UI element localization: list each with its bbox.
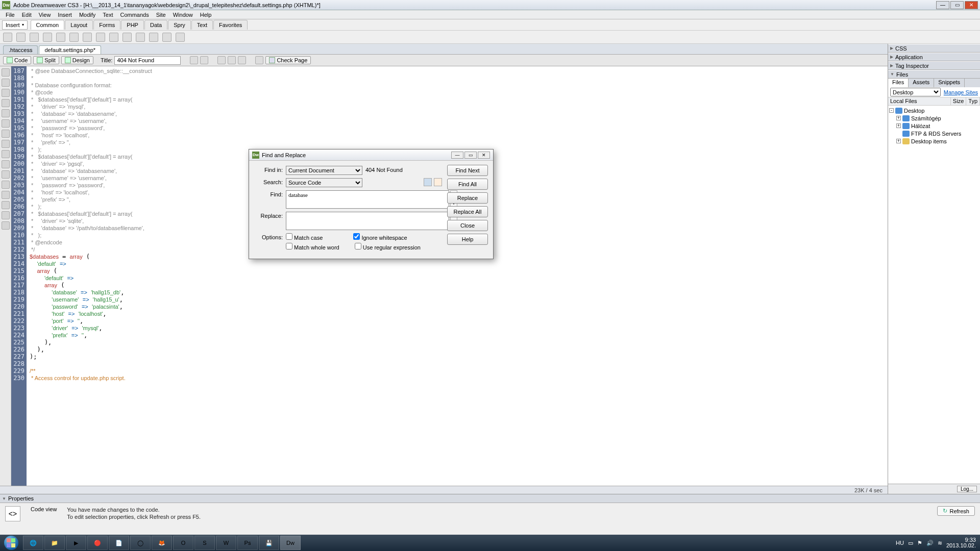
table-icon[interactable] — [43, 33, 52, 42]
insert-tab-favorites[interactable]: Favorites — [213, 20, 248, 30]
recent-snippet-icon[interactable] — [2, 221, 10, 230]
code-editor[interactable]: * @see DatabaseConnection_sqlite::__cons… — [27, 66, 888, 486]
find-all-button[interactable]: Find All — [447, 179, 488, 190]
insert-dropdown[interactable]: Insert — [2, 20, 28, 30]
menu-edit[interactable]: Edit — [18, 11, 35, 19]
document-tab[interactable]: default.settings.php* — [39, 45, 101, 54]
head-icon[interactable] — [136, 33, 145, 42]
files-panel-header[interactable]: Files — [888, 70, 980, 79]
snippet-icon[interactable] — [2, 181, 10, 189]
indent-icon[interactable] — [2, 191, 10, 199]
option-regex[interactable]: Use regular expression — [355, 243, 421, 251]
no-browser-check-icon[interactable] — [190, 56, 198, 64]
menu-help[interactable]: Help — [197, 11, 215, 19]
col-type[interactable]: Typ — [966, 97, 980, 105]
replace-button[interactable]: Replace — [447, 192, 488, 204]
menu-commands[interactable]: Commands — [116, 11, 152, 19]
auto-indent-icon[interactable] — [2, 150, 10, 158]
tree-item[interactable]: +Hálózat — [889, 122, 979, 130]
insert-tab-data[interactable]: Data — [144, 20, 167, 30]
menu-view[interactable]: View — [35, 11, 55, 19]
collapse-icon[interactable] — [2, 79, 10, 87]
tree-item[interactable]: FTP & RDS Servers — [889, 130, 979, 137]
format-icon[interactable] — [2, 211, 10, 219]
dialog-maximize-button[interactable]: ▭ — [464, 152, 477, 159]
templates-icon[interactable] — [162, 33, 172, 42]
tree-item[interactable]: +Desktop items — [889, 137, 979, 145]
dialog-close-button[interactable]: ✕ — [478, 152, 490, 159]
application-panel-header[interactable]: Application — [888, 53, 980, 61]
find-input[interactable]: database — [286, 190, 449, 209]
findin-select[interactable]: Current Document — [286, 166, 362, 175]
insert-tab-common[interactable]: Common — [31, 20, 65, 30]
insert-tab-spry[interactable]: Spry — [168, 20, 191, 30]
menu-insert[interactable]: Insert — [54, 11, 76, 19]
balance-braces-icon[interactable] — [2, 109, 10, 117]
col-size[interactable]: Size — [951, 97, 966, 105]
word-wrap-icon[interactable] — [2, 160, 10, 168]
outdent-icon[interactable] — [2, 201, 10, 209]
design-view-button[interactable]: Design — [61, 56, 93, 64]
comment-icon[interactable] — [122, 33, 132, 42]
option-match-case[interactable]: Match case — [286, 233, 323, 241]
menu-modify[interactable]: Modify — [76, 11, 99, 19]
insert-tab-text[interactable]: Text — [191, 20, 213, 30]
manage-sites-link[interactable]: Manage Sites — [944, 89, 978, 95]
refresh-button[interactable]: Refresh — [937, 506, 975, 516]
find-next-button[interactable]: Find Next — [447, 165, 488, 176]
col-local-files[interactable]: Local Files — [888, 97, 951, 105]
insert-tab-layout[interactable]: Layout — [65, 20, 93, 30]
refresh-icon[interactable] — [217, 56, 226, 64]
menu-file[interactable]: File — [2, 11, 18, 19]
document-tab[interactable]: .htaccess — [3, 45, 38, 54]
preview-globe-icon[interactable] — [200, 56, 208, 64]
insert-tab-php[interactable]: PHP — [121, 20, 144, 30]
view-options-icon[interactable] — [228, 56, 236, 64]
hidden-chars-icon[interactable] — [2, 170, 10, 179]
close-button[interactable]: ✕ — [965, 1, 978, 9]
menu-window[interactable]: Window — [169, 11, 197, 19]
date-icon[interactable] — [96, 33, 105, 42]
option-whole-word[interactable]: Match whole word — [286, 243, 339, 251]
load-query-icon[interactable] — [434, 178, 442, 186]
validate-icon[interactable] — [255, 56, 263, 64]
split-view-button[interactable]: Split — [33, 56, 59, 64]
tree-item[interactable]: +Számítógép — [889, 114, 979, 122]
highlight-invalid-icon[interactable] — [2, 130, 10, 138]
files-tab-snippets[interactable]: Snippets — [934, 79, 965, 87]
image-icon[interactable] — [69, 33, 79, 42]
help-button[interactable]: Help — [447, 234, 488, 245]
menu-text[interactable]: Text — [99, 11, 116, 19]
email-link-icon[interactable] — [16, 33, 26, 42]
log-button[interactable]: Log... — [957, 486, 977, 492]
div-icon[interactable] — [56, 33, 65, 42]
media-icon[interactable] — [83, 33, 92, 42]
files-tab-assets[interactable]: Assets — [909, 79, 934, 87]
menu-site[interactable]: Site — [153, 11, 169, 19]
files-tab-files[interactable]: Files — [888, 79, 909, 87]
open-docs-icon[interactable] — [2, 68, 10, 77]
select-parent-icon[interactable] — [2, 99, 10, 107]
option-ignore-whitespace[interactable]: Ignore whitespace — [353, 233, 407, 241]
script-icon[interactable] — [149, 33, 158, 42]
visual-aids-icon[interactable] — [238, 56, 246, 64]
code-view-button[interactable]: Code — [3, 56, 31, 64]
title-input[interactable] — [114, 56, 181, 65]
dialog-minimize-button[interactable]: — — [451, 152, 463, 159]
line-numbers-icon[interactable] — [2, 119, 10, 128]
replace-all-button[interactable]: Replace All — [447, 206, 488, 217]
tag-inspector-panel-header[interactable]: Tag Inspector — [888, 61, 980, 70]
search-select[interactable]: Source Code — [286, 178, 362, 187]
anchor-icon[interactable] — [30, 33, 39, 42]
ssi-icon[interactable] — [109, 33, 118, 42]
syntax-color-icon[interactable] — [2, 140, 10, 148]
tag-chooser-icon[interactable] — [176, 33, 185, 42]
tree-item[interactable]: -Desktop — [889, 107, 979, 114]
close-button[interactable]: Close — [447, 220, 488, 231]
check-page-button[interactable]: Check Page — [265, 56, 311, 64]
maximize-button[interactable]: ▭ — [950, 1, 964, 9]
minimize-button[interactable]: — — [936, 1, 949, 9]
properties-header[interactable]: Properties — [0, 494, 980, 503]
css-panel-header[interactable]: CSS — [888, 44, 980, 53]
expand-icon[interactable] — [2, 89, 10, 97]
